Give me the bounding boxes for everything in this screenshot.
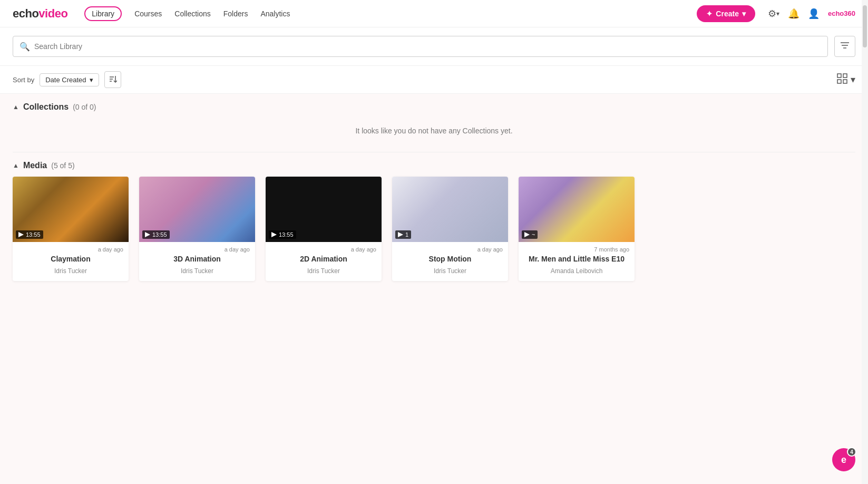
- filter-icon: [840, 41, 850, 52]
- media-info: a day ago 2D Animation Idris Tucker: [266, 242, 382, 281]
- duration-text: 13:55: [26, 231, 41, 238]
- chat-bubble[interactable]: e 4: [832, 448, 855, 471]
- media-author: Idris Tucker: [271, 267, 376, 275]
- media-card-mr-men[interactable]: ~ 7 months ago Mr. Men and Little Miss E…: [519, 177, 635, 281]
- media-card-3d-animation[interactable]: 13:55 a day ago 3D Animation Idris Tucke…: [139, 177, 255, 281]
- play-icon: [145, 232, 150, 237]
- user-icon: 👤: [808, 8, 820, 20]
- media-title: Mr. Men and Little Miss E10: [524, 255, 629, 263]
- collections-empty-message: It looks like you do not have any Collec…: [13, 118, 855, 148]
- play-icon: [18, 232, 24, 237]
- logo: echovideo: [13, 7, 67, 21]
- collections-title: Collections: [23, 102, 69, 112]
- create-label: Create: [716, 9, 739, 18]
- media-author: Idris Tucker: [397, 267, 503, 275]
- media-date: a day ago: [18, 246, 123, 253]
- search-wrapper: 🔍: [13, 36, 828, 57]
- thumb-duration: 13:55: [16, 230, 43, 239]
- collections-count: (0 of 0): [73, 103, 96, 111]
- thumb-duration: ~: [522, 230, 538, 239]
- nav-analytics[interactable]: Analytics: [260, 7, 290, 20]
- sort-value: Date Created: [45, 76, 86, 84]
- sort-dropdown-icon: ▾: [90, 76, 93, 84]
- media-title: 2D Animation: [271, 255, 376, 263]
- settings-icon: ⚙: [768, 8, 776, 20]
- duration-text: 13:55: [152, 231, 167, 238]
- duration-text: 13:55: [279, 231, 294, 238]
- play-icon: [398, 232, 403, 237]
- bell-icon: 🔔: [788, 8, 799, 20]
- scrollbar-thumb[interactable]: [863, 5, 867, 47]
- media-info: a day ago 3D Animation Idris Tucker: [139, 242, 255, 281]
- play-icon: [524, 232, 530, 237]
- media-date: a day ago: [144, 246, 250, 253]
- search-section: 🔍: [0, 27, 868, 66]
- filter-button[interactable]: [834, 36, 855, 57]
- search-icon: 🔍: [19, 42, 30, 52]
- grid-view-icon: [837, 75, 847, 86]
- media-grid: 13:55 a day ago Claymation Idris Tucker …: [13, 177, 855, 281]
- navbar: echovideo Library Courses Collections Fo…: [0, 0, 868, 27]
- svg-rect-8: [837, 80, 841, 83]
- media-title: Stop Motion: [397, 255, 503, 263]
- sort-direction-button[interactable]: [104, 71, 121, 88]
- toolbar-right: ▾: [837, 73, 855, 86]
- collections-collapse-icon[interactable]: ▲: [13, 103, 19, 111]
- media-card-claymation[interactable]: 13:55 a day ago Claymation Idris Tucker: [13, 177, 129, 281]
- play-icon: [271, 232, 277, 237]
- user-button[interactable]: 👤: [808, 8, 820, 20]
- svg-rect-6: [837, 74, 841, 78]
- media-title: Claymation: [18, 255, 123, 263]
- media-author: Idris Tucker: [18, 267, 123, 275]
- nav-collections[interactable]: Collections: [174, 7, 210, 20]
- toolbar: Sort by Date Created ▾: [0, 66, 868, 94]
- content-area: ▲ Collections (0 of 0) It looks like you…: [0, 94, 868, 484]
- media-thumb: 13:55: [139, 177, 255, 242]
- logo-video: video: [38, 7, 67, 20]
- svg-rect-7: [843, 74, 847, 78]
- brand-label: echo360: [828, 9, 855, 17]
- media-info: a day ago Claymation Idris Tucker: [13, 242, 129, 281]
- nav-library[interactable]: Library: [84, 6, 122, 21]
- thumb-duration: 13:55: [269, 230, 296, 239]
- media-date: 7 months ago: [524, 246, 629, 253]
- create-dropdown-icon: ▾: [742, 9, 746, 18]
- media-info: 7 months ago Mr. Men and Little Miss E10…: [519, 242, 635, 281]
- media-title: 3D Animation: [144, 255, 250, 263]
- media-count: (5 of 5): [51, 161, 74, 170]
- sort-dropdown[interactable]: Date Created ▾: [40, 73, 99, 86]
- collections-section-header: ▲ Collections (0 of 0): [13, 102, 855, 112]
- media-section-header: ▲ Media (5 of 5): [13, 161, 855, 170]
- scrollbar[interactable]: [862, 0, 868, 484]
- duration-text: ~: [532, 231, 535, 238]
- chat-icon: e: [841, 454, 846, 466]
- nav-folders[interactable]: Folders: [223, 7, 248, 20]
- media-thumb: 1: [392, 177, 508, 242]
- create-spark-icon: ✦: [706, 9, 713, 18]
- media-title: Media: [23, 161, 47, 170]
- media-author: Amanda Leibovich: [524, 267, 629, 275]
- thumb-duration: 13:55: [142, 230, 170, 239]
- nav-courses[interactable]: Courses: [134, 7, 162, 20]
- media-date: a day ago: [397, 246, 503, 253]
- logo-echo: echo: [13, 7, 38, 20]
- notifications-button[interactable]: 🔔: [788, 8, 799, 20]
- media-card-2d-animation[interactable]: 13:55 a day ago 2D Animation Idris Tucke…: [266, 177, 382, 281]
- sort-label: Sort by: [13, 76, 34, 84]
- chat-badge: 4: [847, 447, 856, 457]
- media-date: a day ago: [271, 246, 376, 253]
- search-input[interactable]: [34, 42, 821, 51]
- media-thumb: 13:55: [266, 177, 382, 242]
- nav-right-icons: ⚙ ▾ 🔔 👤 echo360: [768, 8, 855, 20]
- media-card-stop-motion[interactable]: 1 a day ago Stop Motion Idris Tucker: [392, 177, 508, 281]
- grid-view-button[interactable]: [837, 73, 847, 86]
- create-button[interactable]: ✦ Create ▾: [697, 5, 755, 22]
- sort-direction-icon: [109, 75, 117, 85]
- media-collapse-icon[interactable]: ▲: [13, 162, 19, 169]
- settings-button[interactable]: ⚙ ▾: [768, 8, 779, 20]
- media-thumb: 13:55: [13, 177, 129, 242]
- view-dropdown-button[interactable]: ▾: [851, 74, 855, 85]
- media-thumb: ~: [519, 177, 635, 242]
- svg-rect-9: [843, 80, 847, 83]
- thumb-duration: 1: [395, 230, 411, 239]
